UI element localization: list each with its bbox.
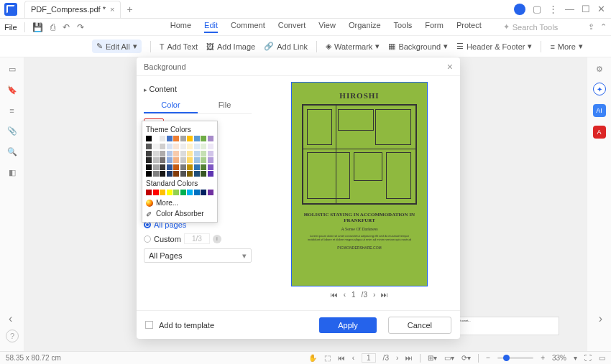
tab-convert[interactable]: Convert [278, 21, 306, 33]
maximize-icon[interactable]: ☐ [582, 4, 590, 14]
color-swatch[interactable] [201, 157, 206, 163]
page-first-icon[interactable]: ⏮ [338, 354, 345, 362]
color-swatch[interactable] [194, 171, 200, 177]
add-image-button[interactable]: 🖼 Add Image [206, 42, 255, 51]
add-text-button[interactable]: T Add Text [160, 42, 198, 51]
color-swatch[interactable] [153, 144, 159, 149]
zoom-chevron-icon[interactable]: ▾ [574, 354, 577, 362]
color-swatch[interactable] [201, 136, 206, 141]
pages-select[interactable]: All Pages ▾ [144, 248, 252, 263]
color-swatch[interactable] [173, 171, 179, 177]
zoom-slider[interactable] [497, 357, 533, 359]
collapse-icon[interactable]: ⌃ [600, 22, 607, 32]
color-swatch[interactable] [180, 157, 186, 163]
color-swatch[interactable] [160, 164, 165, 170]
subtab-color[interactable]: Color [144, 98, 198, 113]
prev-page-arrow[interactable]: ‹ [9, 312, 12, 325]
pager-last-icon[interactable]: ⏭ [381, 291, 388, 299]
color-swatch[interactable] [180, 171, 186, 177]
color-swatch[interactable] [146, 190, 152, 195]
color-swatch[interactable] [146, 144, 152, 149]
color-swatch[interactable] [146, 136, 152, 141]
add-template-checkbox[interactable] [145, 321, 153, 329]
add-link-button[interactable]: 🔗 Add Link [264, 42, 308, 51]
color-swatch[interactable] [194, 151, 200, 157]
bookmarks-icon[interactable]: 🔖 [7, 85, 17, 95]
color-swatch[interactable] [167, 190, 173, 195]
color-swatch[interactable] [153, 164, 159, 170]
color-swatch[interactable] [201, 151, 206, 157]
color-swatch[interactable] [160, 190, 165, 195]
file-menu[interactable]: File [4, 23, 17, 32]
tab-view[interactable]: View [318, 21, 336, 33]
custom-range-input[interactable]: 1/3 [184, 233, 210, 244]
color-swatch[interactable] [167, 151, 173, 157]
color-swatch[interactable] [160, 144, 165, 149]
edit-all-button[interactable]: ✎ Edit All ▾ [92, 39, 142, 53]
new-tab-button[interactable]: + [127, 4, 132, 15]
background-button[interactable]: ▦ Background ▾ [388, 42, 448, 51]
color-swatch[interactable] [208, 157, 213, 163]
page-input[interactable]: 1 [362, 353, 376, 363]
outline-icon[interactable]: ≡ [9, 106, 14, 115]
color-swatch[interactable] [153, 190, 159, 195]
color-swatch[interactable] [173, 151, 179, 157]
color-swatch[interactable] [173, 136, 179, 141]
color-swatch[interactable] [187, 136, 193, 141]
custom-radio-row[interactable]: Custom 1/3 i [144, 233, 252, 244]
user-avatar-icon[interactable] [514, 4, 525, 15]
color-swatch[interactable] [201, 190, 206, 195]
tab-tools[interactable]: Tools [394, 21, 413, 33]
document-tab[interactable]: PDF_Compress.pdf * × [24, 1, 121, 18]
next-page-arrow[interactable]: › [599, 312, 602, 325]
more-button[interactable]: ≡ More ▾ [550, 42, 582, 51]
color-swatch[interactable] [173, 190, 179, 195]
dialog-close-icon[interactable]: × [447, 61, 453, 73]
pager-prev-icon[interactable]: ‹ [344, 291, 346, 299]
info-icon[interactable]: i [213, 235, 221, 243]
watermark-button[interactable]: ◈ Watermark ▾ [326, 42, 380, 51]
cancel-button[interactable]: Cancel [388, 317, 451, 334]
settings-icon[interactable]: ⚙ [596, 65, 603, 74]
select-tool-icon[interactable]: ⬚ [324, 354, 331, 362]
more-colors-link[interactable]: More... [146, 197, 213, 208]
color-swatch[interactable] [194, 157, 200, 163]
tab-form[interactable]: Form [425, 21, 444, 33]
subtab-file[interactable]: File [198, 98, 252, 113]
close-icon[interactable]: ✕ [597, 4, 605, 14]
color-swatch[interactable] [208, 171, 213, 177]
ai-red-icon[interactable]: A [593, 126, 606, 139]
header-footer-button[interactable]: ☰ Header & Footer ▾ [456, 42, 532, 51]
color-swatch[interactable] [187, 144, 193, 149]
tab-organize[interactable]: Organize [349, 21, 381, 33]
ai-blue-icon[interactable]: AI [593, 104, 606, 117]
color-swatch[interactable] [180, 144, 186, 149]
search-icon[interactable]: 🔍 [7, 147, 17, 157]
pager-first-icon[interactable]: ⏮ [331, 291, 338, 299]
share-icon[interactable]: ⇪ [588, 22, 594, 32]
color-swatch[interactable] [160, 151, 165, 157]
thumbnails-icon[interactable]: ▭ [9, 65, 16, 74]
fullscreen-icon[interactable]: ⛶ [584, 354, 592, 362]
color-swatch[interactable] [208, 164, 213, 170]
color-swatch[interactable] [146, 151, 152, 157]
content-section-header[interactable]: Content [144, 85, 252, 93]
color-swatch[interactable] [187, 190, 193, 195]
undo-icon[interactable]: ↶ [63, 22, 70, 32]
hand-tool-icon[interactable]: ✋ [308, 354, 317, 362]
save-icon[interactable]: 💾 [32, 22, 43, 32]
close-tab-icon[interactable]: × [110, 5, 114, 14]
color-swatch[interactable] [187, 157, 193, 163]
help-icon[interactable]: ? [6, 330, 19, 342]
color-swatch[interactable] [160, 157, 165, 163]
read-mode-icon[interactable]: ▭ [599, 354, 605, 362]
layers-icon[interactable]: ◧ [9, 168, 16, 177]
more-icon[interactable]: ⋮ [548, 4, 558, 14]
color-swatch[interactable] [153, 151, 159, 157]
rotate-icon[interactable]: ⟳▾ [461, 354, 471, 362]
color-swatch[interactable] [167, 171, 173, 177]
tab-comment[interactable]: Comment [231, 21, 265, 33]
print-icon[interactable]: ⎙ [50, 22, 55, 32]
color-swatch[interactable] [167, 157, 173, 163]
color-swatch[interactable] [153, 171, 159, 177]
